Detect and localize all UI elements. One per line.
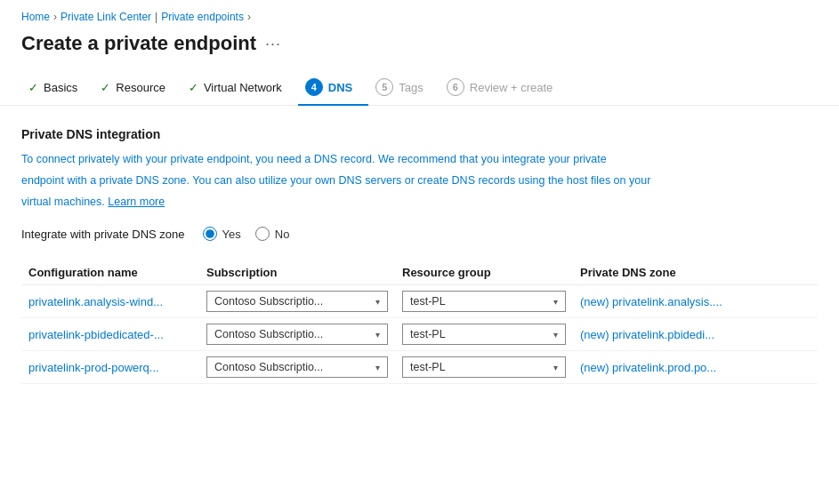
table-header: Configuration name Subscription Resource… — [21, 259, 818, 285]
tab-virtual-network-label: Virtual Network — [204, 81, 282, 94]
tab-virtual-network[interactable]: ✓ Virtual Network — [182, 72, 298, 103]
step-circle-review: 6 — [447, 78, 464, 96]
main-content: Private DNS integration To connect priva… — [0, 127, 839, 384]
config-name-1[interactable]: privatelink.analysis-wind... — [21, 295, 199, 308]
radio-yes[interactable]: Yes — [203, 227, 241, 241]
dns-zone-row: Integrate with private DNS zone Yes No — [21, 227, 818, 241]
learn-more-link[interactable]: Learn more — [108, 196, 165, 208]
subscription-value-2: Contoso Subscriptio... — [214, 328, 323, 340]
info-text-2: endpoint with a private DNS zone. You ca… — [21, 172, 662, 189]
tab-tags[interactable]: 5 Tags — [368, 69, 439, 105]
dropdown-arrow-3: ▾ — [375, 363, 380, 372]
breadcrumb-sep-3: › — [247, 11, 251, 23]
breadcrumb-home[interactable]: Home — [21, 11, 50, 23]
breadcrumb-sep-1: › — [53, 11, 57, 23]
tab-review-label: Review + create — [470, 81, 553, 94]
check-icon-resource: ✓ — [101, 81, 110, 94]
check-icon-vnet: ✓ — [189, 81, 198, 94]
tab-dns-label: DNS — [328, 81, 352, 94]
rg-arrow-2: ▾ — [553, 330, 558, 340]
dns-table: Configuration name Subscription Resource… — [21, 259, 818, 384]
rg-value-2: test-PL — [410, 328, 446, 340]
info-text-1: To connect privately with your private e… — [21, 150, 662, 168]
radio-no-label: No — [275, 228, 290, 241]
resource-group-dropdown-1[interactable]: test-PL ▾ — [395, 291, 573, 312]
wizard-tabs: ✓ Basics ✓ Resource ✓ Virtual Network 4 … — [0, 69, 839, 106]
info-text-3: virtual machines. Learn more — [21, 193, 662, 211]
config-name-2[interactable]: privatelink-pbidedicated-... — [21, 328, 199, 341]
rg-arrow-3: ▾ — [553, 363, 558, 372]
tab-basics[interactable]: ✓ Basics — [21, 72, 93, 103]
breadcrumb: Home › Private Link Center | Private end… — [0, 0, 839, 28]
subscription-dropdown-3[interactable]: Contoso Subscriptio... ▾ — [199, 356, 395, 378]
col-header-dns-zone: Private DNS zone — [573, 266, 769, 279]
radio-group-dns: Yes No — [203, 227, 290, 241]
integrate-dns-label: Integrate with private DNS zone — [21, 228, 185, 241]
subscription-dropdown-1[interactable]: Contoso Subscriptio... ▾ — [199, 291, 395, 312]
table-row: privatelink-pbidedicated-... Contoso Sub… — [21, 318, 818, 351]
tab-basics-label: Basics — [44, 81, 77, 94]
rg-value-1: test-PL — [410, 295, 446, 308]
resource-group-dropdown-3[interactable]: test-PL ▾ — [395, 356, 573, 378]
dns-zone-value-3[interactable]: (new) privatelink.prod.po... — [573, 361, 769, 374]
tab-tags-label: Tags — [399, 81, 423, 94]
radio-yes-label: Yes — [222, 228, 241, 241]
dropdown-arrow-2: ▾ — [375, 330, 380, 340]
page-title-row: Create a private endpoint ··· — [0, 28, 839, 69]
breadcrumb-sep-2: | — [155, 11, 157, 23]
check-icon-basics: ✓ — [28, 81, 38, 94]
rg-arrow-1: ▾ — [553, 297, 558, 307]
rg-value-3: test-PL — [410, 361, 446, 373]
subscription-value-3: Contoso Subscriptio... — [214, 361, 323, 373]
col-header-config: Configuration name — [21, 266, 199, 279]
more-options-icon[interactable]: ··· — [265, 35, 281, 53]
radio-no[interactable]: No — [255, 227, 290, 241]
step-circle-tags: 5 — [375, 78, 393, 96]
tab-review[interactable]: 6 Review + create — [440, 69, 569, 105]
tab-dns[interactable]: 4 DNS — [298, 69, 368, 105]
breadcrumb-private-link[interactable]: Private Link Center — [61, 11, 151, 23]
table-row: privatelink.analysis-wind... Contoso Sub… — [21, 285, 818, 318]
subscription-value-1: Contoso Subscriptio... — [214, 295, 323, 308]
breadcrumb-private-endpoints[interactable]: Private endpoints — [161, 11, 244, 23]
resource-group-dropdown-2[interactable]: test-PL ▾ — [395, 324, 573, 345]
radio-yes-input[interactable] — [203, 227, 217, 241]
step-circle-dns: 4 — [305, 78, 323, 96]
section-title: Private DNS integration — [21, 127, 818, 141]
table-row: privatelink-prod-powerq... Contoso Subsc… — [21, 351, 818, 384]
col-header-subscription: Subscription — [199, 266, 395, 279]
col-header-resource-group: Resource group — [395, 266, 573, 279]
tab-resource[interactable]: ✓ Resource — [93, 72, 182, 103]
subscription-dropdown-2[interactable]: Contoso Subscriptio... ▾ — [199, 324, 395, 345]
radio-no-input[interactable] — [255, 227, 270, 241]
dns-zone-value-2[interactable]: (new) privatelink.pbidedi... — [573, 328, 769, 341]
config-name-3[interactable]: privatelink-prod-powerq... — [21, 361, 199, 374]
dns-zone-value-1[interactable]: (new) privatelink.analysis.... — [573, 295, 769, 308]
tab-resource-label: Resource — [116, 81, 165, 94]
dropdown-arrow-1: ▾ — [375, 297, 380, 307]
info-text-block: To connect privately with your private e… — [21, 150, 818, 211]
page-title: Create a private endpoint — [21, 32, 256, 55]
